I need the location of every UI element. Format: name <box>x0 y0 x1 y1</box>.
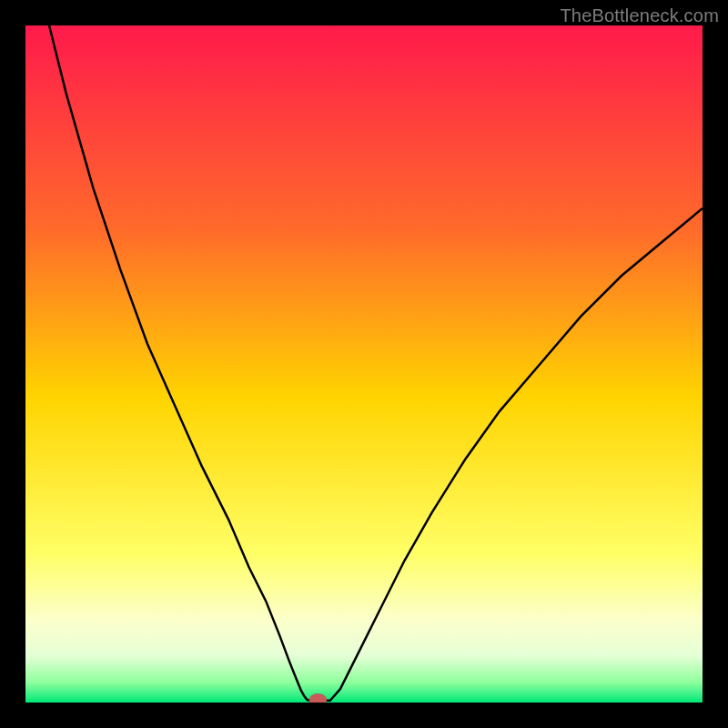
gradient-background <box>25 25 703 703</box>
chart-frame: TheBottleneck.com <box>0 0 728 728</box>
watermark-text: TheBottleneck.com <box>560 5 719 26</box>
plot-area <box>25 25 703 703</box>
bottleneck-chart <box>25 25 703 703</box>
